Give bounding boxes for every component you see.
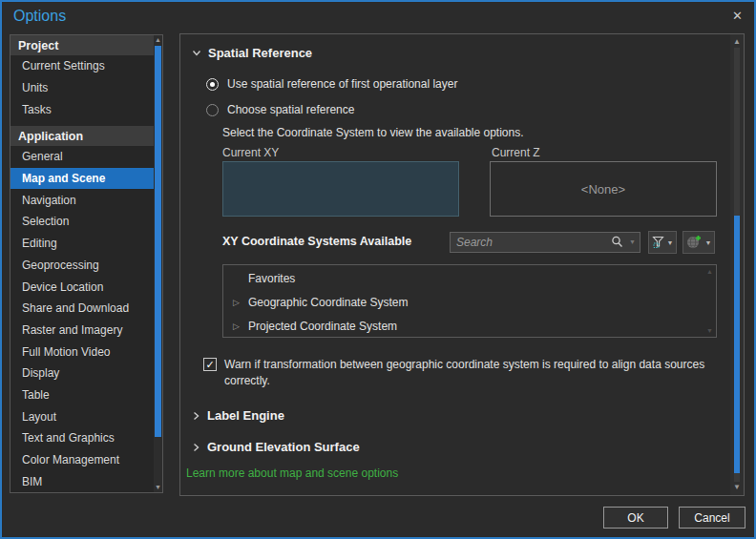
xy-systems-available-label: XY Coordinate Systems Available (222, 235, 411, 248)
sidebar-section-application: Application (10, 126, 154, 146)
options-dialog: Options ✕ Project Current Settings Units… (0, 0, 756, 539)
search-icon[interactable] (611, 236, 623, 248)
sidebar-item-map-and-scene[interactable]: Map and Scene (10, 168, 154, 190)
ok-button[interactable]: OK (603, 507, 668, 529)
current-xy-value-box[interactable] (222, 161, 459, 217)
sidebar-scrollbar[interactable]: ▲ ▼ (154, 35, 162, 492)
sidebar-item-full-motion-video[interactable]: Full Motion Video (10, 341, 154, 363)
sidebar-item-navigation[interactable]: Navigation (10, 189, 154, 211)
tree-item-favorites[interactable]: Favorites (223, 266, 716, 290)
radio-button-icon[interactable] (206, 104, 219, 116)
ground-elevation-surface-section-header[interactable]: Ground Elevation Surface (192, 440, 360, 454)
radio-choose-spatial-reference[interactable]: Choose spatial reference (206, 103, 354, 116)
options-main-panel: Spatial Reference Use spatial reference … (179, 33, 745, 496)
tree-item-geographic-coordinate-system[interactable]: ▷ Geographic Coordinate System (223, 290, 716, 314)
main-scrollbar-thumb[interactable] (734, 216, 740, 473)
label-engine-section-header[interactable]: Label Engine (192, 408, 284, 423)
tree-item-label: Projected Coordinate System (248, 320, 397, 333)
radio-button-icon[interactable] (206, 78, 219, 91)
sidebar-item-selection[interactable]: Selection (10, 211, 154, 233)
current-z-value-box[interactable]: <None> (490, 161, 717, 217)
sidebar-item-layout[interactable]: Layout (10, 405, 154, 427)
sidebar-item-bim[interactable]: BIM (10, 470, 154, 492)
sidebar-item-editing[interactable]: Editing (10, 233, 154, 255)
radio-use-first-layer[interactable]: Use spatial reference of first operation… (206, 77, 457, 91)
sidebar-item-device-location[interactable]: Device Location (10, 276, 154, 298)
spatial-reference-section-header[interactable]: Spatial Reference (192, 46, 312, 60)
chevron-down-icon (192, 49, 201, 57)
coordinate-system-tree: Favorites ▷ Geographic Coordinate System… (222, 264, 717, 338)
tree-scroll-up-icon[interactable]: ▲ (706, 268, 713, 275)
filter-button[interactable]: ▼ (648, 231, 677, 254)
globe-add-icon (686, 235, 703, 250)
tree-item-label: Favorites (248, 272, 295, 285)
sidebar-item-raster-and-imagery[interactable]: Raster and Imagery (10, 320, 154, 342)
scroll-up-icon[interactable]: ▲ (154, 35, 162, 45)
sidebar-item-text-and-graphics[interactable]: Text and Graphics (10, 427, 154, 449)
main-scrollbar[interactable]: ▲ ▼ (730, 34, 744, 495)
sidebar-item-share-and-download[interactable]: Share and Download (10, 298, 154, 320)
globe-caret-icon: ▼ (705, 239, 712, 246)
sidebar-item-display[interactable]: Display (10, 363, 154, 384)
sidebar-item-tasks[interactable]: Tasks (10, 98, 154, 120)
coordinate-system-instruction: Select the Coordinate System to view the… (222, 126, 524, 139)
search-box: ▼ (450, 232, 640, 253)
chevron-right-icon (192, 411, 200, 421)
section-title: Label Engine (207, 408, 284, 423)
learn-more-link[interactable]: Learn more about map and scene options (186, 466, 398, 480)
sidebar-item-geoprocessing[interactable]: Geoprocessing (10, 255, 154, 277)
sidebar-item-current-settings[interactable]: Current Settings (10, 55, 154, 77)
sidebar-item-general[interactable]: General (10, 146, 154, 168)
close-icon[interactable]: ✕ (732, 9, 743, 23)
checkbox-checked-icon[interactable]: ✓ (203, 358, 217, 371)
filter-caret-icon: ▼ (667, 239, 674, 246)
tree-item-projected-coordinate-system[interactable]: ▷ Projected Coordinate System (223, 314, 716, 338)
section-title: Spatial Reference (208, 46, 312, 60)
options-sidebar: Project Current Settings Units Tasks App… (10, 34, 163, 493)
current-z-value: <None> (581, 182, 625, 197)
sidebar-item-table[interactable]: Table (10, 384, 154, 406)
tree-item-label: Geographic Coordinate System (248, 296, 408, 309)
dialog-title: Options (13, 8, 66, 25)
filter-icon (652, 236, 664, 249)
current-z-label: Current Z (492, 146, 540, 159)
sidebar-scrollbar-thumb[interactable] (155, 46, 161, 437)
expander-icon[interactable]: ▷ (233, 321, 248, 331)
warn-transformation-checkbox-row[interactable]: ✓ Warn if transformation between geograp… (203, 357, 723, 389)
scroll-up-icon[interactable]: ▲ (730, 36, 744, 48)
expander-icon[interactable]: ▷ (233, 298, 248, 307)
sidebar-item-color-management[interactable]: Color Management (10, 449, 154, 471)
radio-label: Choose spatial reference (227, 103, 354, 116)
tree-scroll-down-icon[interactable]: ▼ (706, 327, 713, 334)
scroll-down-icon[interactable]: ▼ (154, 483, 162, 492)
section-title: Ground Elevation Surface (207, 440, 360, 454)
scroll-down-icon[interactable]: ▼ (730, 482, 744, 493)
search-options-caret-icon[interactable]: ▼ (629, 238, 636, 245)
warn-transformation-label: Warn if transformation between geographi… (224, 357, 723, 389)
sidebar-item-units[interactable]: Units (10, 77, 154, 99)
current-xy-label: Current XY (222, 146, 279, 159)
radio-label: Use spatial reference of first operation… (227, 77, 457, 91)
chevron-right-icon (192, 443, 200, 452)
sidebar-section-project: Project (10, 35, 154, 55)
add-coordinate-system-button[interactable]: ▼ (682, 231, 715, 254)
cancel-button[interactable]: Cancel (679, 507, 746, 529)
